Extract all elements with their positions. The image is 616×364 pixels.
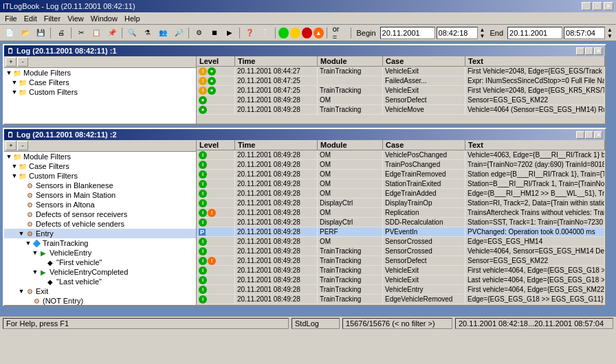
copy-button[interactable]: 📋	[89, 26, 103, 40]
filter-button[interactable]: ⚗	[141, 26, 155, 40]
record3-button[interactable]: ▶	[223, 26, 236, 40]
table-row[interactable]: i 20.11.2001 08:49:28 TrainTracking Vehi…	[197, 285, 605, 295]
table-row[interactable]: !● 20.11.2001 08:47:25 FailedAsser... Ex…	[197, 76, 605, 86]
table-row[interactable]: i 20.11.2001 08:49:28 TrainTracking Edge…	[197, 295, 605, 304]
col2-level-header: Level	[197, 140, 235, 150]
cell-module: TrainTracking	[318, 275, 383, 284]
win1-close[interactable]: ✕	[594, 47, 602, 55]
begin-date-input[interactable]	[380, 27, 435, 39]
tree2-defects-receivers[interactable]: ⚙ Defects of sensor receivers	[4, 209, 196, 219]
table-row[interactable]: i 20.11.2001 08:49:28 TrainTracking Vehi…	[197, 275, 605, 285]
table-row[interactable]: i 20.11.2001 08:49:28 DisplayCtrl Displa…	[197, 198, 605, 208]
win2-tree-scroll[interactable]: ▼ 📁 Module Filters ▼ 📁 Case Filters ▼ 📁 …	[4, 152, 196, 305]
tree2-last-vehicle[interactable]: ◆ "Last vehicle"	[4, 277, 196, 286]
tree-custom-filters[interactable]: ▼ 📁 Custom Filters	[4, 87, 196, 97]
tree2-vehicleentrycompleted[interactable]: ▼ ▶ VehicleEntryCompleted	[4, 267, 196, 277]
win2-controls[interactable]: _ □ ✕	[576, 131, 602, 139]
pause-yellow-button[interactable]	[290, 27, 300, 38]
begin-time-input[interactable]	[437, 27, 478, 39]
menu-filter[interactable]: Filter	[41, 14, 64, 23]
menu-help[interactable]: Help	[121, 14, 144, 23]
table-row-perf[interactable]: P 20.11.2001 08:49:28 PERF PVEventIn PVC…	[197, 227, 605, 237]
win1-tree-scroll[interactable]: ▼ 📁 Module Filters ▼ 📁 Case Filters ▼ 📁 …	[4, 68, 196, 124]
stop-red-button[interactable]	[302, 27, 312, 38]
cut-button[interactable]: ✂	[74, 26, 88, 40]
win1-maximize[interactable]: □	[585, 47, 593, 55]
win2-tree-btn2[interactable]: -	[17, 141, 28, 150]
start-green-button[interactable]	[278, 27, 289, 38]
table-row[interactable]: i! 20.11.2001 08:49:28 OM Replication Tr…	[197, 208, 605, 218]
menu-view[interactable]: View	[64, 14, 87, 23]
begin-spin-up[interactable]: ▲▼	[479, 26, 486, 40]
tree2-sensors-main[interactable]: ⚙ Sensors in Main Station	[4, 190, 196, 200]
tree2-traintracking[interactable]: ▼ 🔷 TrainTracking	[4, 238, 196, 248]
tree2-not-entry[interactable]: ⚙ (NOT Entry)	[4, 296, 196, 305]
tree2-entry[interactable]: ▼ ⚙ Entry	[4, 229, 196, 238]
record1-button[interactable]: ⚙	[192, 26, 206, 40]
menu-edit[interactable]: Edit	[21, 14, 41, 23]
win1-tree-btn2[interactable]: -	[17, 57, 28, 67]
zoom-button[interactable]: 🔎	[171, 26, 185, 40]
win1-minimize[interactable]: _	[576, 47, 584, 55]
win2-tree-btn1[interactable]: +	[6, 141, 16, 150]
record2-button[interactable]: ⏹	[207, 26, 221, 40]
cell-case: VehicleExit	[383, 266, 465, 275]
win2-table-body[interactable]: i 20.11.2001 08:49:28 OM VehiclePosChang…	[197, 150, 605, 305]
tree2-sensors-altona[interactable]: ⚙ Sensors in Altona	[4, 200, 196, 209]
alert-button[interactable]: ▲	[314, 27, 324, 38]
win1-controls[interactable]: _ □ ✕	[576, 47, 602, 55]
close-button[interactable]: ✕	[604, 2, 613, 10]
tree2-sensors-blankenese[interactable]: ⚙ Sensors in Blankenese	[4, 181, 196, 190]
new-button[interactable]: 📄	[3, 26, 16, 40]
win1-table-body[interactable]: !● 20.11.2001 08:44:27 TrainTracking Veh…	[197, 67, 605, 124]
help2-button[interactable]: ❔	[258, 26, 272, 40]
cell-text: Vehicle=4063, Edge={B___RI__RI/Track 1} …	[465, 150, 605, 159]
table-row[interactable]: i 20.11.2001 08:49:28 OM EdgeTrainRemove…	[197, 170, 605, 179]
save-button[interactable]: 💾	[34, 26, 47, 40]
table-row[interactable]: i 20.11.2001 08:49:28 TrainTracking Sens…	[197, 247, 605, 256]
table-row[interactable]: i 20.11.2001 08:49:28 DisplayCtrl SDD-Re…	[197, 218, 605, 227]
help-button[interactable]: ❓	[243, 26, 256, 40]
tree2-case-filters[interactable]: ▼ 📁 Case Filters	[4, 161, 196, 171]
table-row[interactable]: i 20.11.2001 08:49:28 OM StationTrainExi…	[197, 179, 605, 189]
open-button[interactable]: 📂	[18, 26, 32, 40]
win2-minimize[interactable]: _	[576, 131, 584, 139]
print-button[interactable]: 🖨	[54, 26, 67, 40]
tree-case-filters[interactable]: ▼ 📁 Case Filters	[4, 78, 196, 87]
table-row[interactable]: i 20.11.2001 08:49:28 OM TrainPosChanged…	[197, 160, 605, 170]
people-button[interactable]: 👥	[156, 26, 170, 40]
search-button[interactable]: 🔍	[125, 26, 139, 40]
table-row[interactable]: i 20.11.2001 08:49:28 TrainTracking Vehi…	[197, 266, 605, 275]
table-row[interactable]: ● 20.11.2001 08:49:28 TrainTracking Vehi…	[197, 105, 605, 115]
table-row[interactable]: i! 20.11.2001 08:49:28 TrainTracking Sen…	[197, 256, 605, 266]
table-row[interactable]: ● 20.11.2001 08:49:28 OM SensorDefect Se…	[197, 95, 605, 105]
end-spin[interactable]: ▲▼	[606, 26, 613, 40]
table-row[interactable]: !● 20.11.2001 08:47:25 TrainTracking Veh…	[197, 86, 605, 95]
tree2-defects-senders[interactable]: ⚙ Defects of vehicle senders	[4, 219, 196, 229]
table-row[interactable]: !● 20.11.2001 08:44:27 TrainTracking Veh…	[197, 67, 605, 76]
minimize-button[interactable]: _	[582, 2, 591, 10]
app-window-controls[interactable]: _ □ ✕	[582, 2, 613, 10]
tree2-vehicleentry[interactable]: ▼ ▶ VehicleEntry	[4, 248, 196, 258]
win2-close[interactable]: ✕	[594, 131, 602, 139]
tree2-first-vehicle[interactable]: ◆ "First vehicle"	[4, 258, 196, 267]
table-row[interactable]: i 20.11.2001 08:49:28 TrainTracking Edge…	[197, 304, 605, 305]
win2-maximize[interactable]: □	[585, 131, 593, 139]
tree-module-filters[interactable]: ▼ 📁 Module Filters	[4, 68, 196, 78]
win1-title[interactable]: 🗒 Log (20.11.2001 08:42:11) :1 _ □ ✕	[4, 45, 605, 56]
win1-tree-panel: + - ▼ 📁 Module Filters ▼ 📁 Case Filters	[4, 56, 197, 124]
maximize-button[interactable]: □	[593, 2, 602, 10]
win1-tree-btn1[interactable]: +	[6, 57, 16, 67]
end-time-input[interactable]	[564, 27, 605, 39]
paste-button[interactable]: 📌	[105, 26, 119, 40]
tree2-module-filters[interactable]: ▼ 📁 Module Filters	[4, 152, 196, 161]
menu-window[interactable]: Window	[87, 14, 121, 23]
table-row[interactable]: i 20.11.2001 08:49:28 OM EdgeTrainAdded …	[197, 189, 605, 198]
table-row[interactable]: i 20.11.2001 08:49:28 OM VehiclePosChang…	[197, 150, 605, 160]
win2-title[interactable]: 🗒 Log (20.11.2001 08:42:11) :2 _ □ ✕	[4, 129, 605, 140]
tree2-exit[interactable]: ▼ ⚙ Exit	[4, 286, 196, 296]
menu-file[interactable]: File	[1, 14, 21, 23]
table-row[interactable]: i 20.11.2001 08:49:28 OM SensorCrossed E…	[197, 237, 605, 247]
end-date-input[interactable]	[507, 27, 562, 39]
tree2-custom-filters[interactable]: ▼ 📁 Custom Filters	[4, 171, 196, 181]
